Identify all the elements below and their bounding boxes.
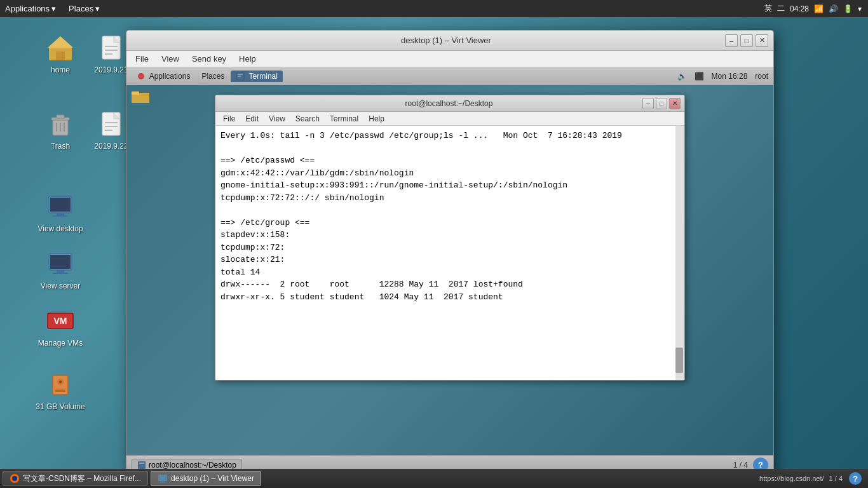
terminal-window: root@localhost:~/Desktop – □ ✕ File Edit…: [215, 95, 685, 381]
svg-point-31: [138, 73, 144, 79]
bottom-url: https://blog.csdn.net/: [759, 475, 824, 482]
terminal-maximize-btn[interactable]: □: [656, 98, 667, 109]
manage-vms-icon: VM: [45, 306, 76, 336]
term-menu-view[interactable]: View: [264, 114, 290, 124]
view-server-label: View server: [41, 281, 80, 290]
vm-topbar-right: 🔊 ⬛ Mon 16:28 root: [677, 72, 768, 81]
virt-viewer-title: desktop (1) – Virt Viewer: [170, 36, 722, 45]
vm-applications-menu[interactable]: Applications: [132, 71, 195, 83]
bottom-firefox-item[interactable]: 写文章-CSDN博客 – Mozilla Firef...: [3, 471, 148, 486]
svg-rect-9: [57, 115, 64, 118]
virt-viewer-maximize-btn[interactable]: □: [740, 34, 753, 47]
places-label: Places: [69, 4, 93, 13]
volume-drive-icon: [45, 369, 76, 400]
terminal-menubar: File Edit View Search Terminal Help: [215, 112, 684, 126]
places-menu[interactable]: Places ▾: [64, 3, 105, 15]
vm-display-icon: ⬛: [695, 72, 704, 81]
terminal-title: root@localhost:~/Desktop: [257, 99, 641, 108]
virt-viewer-taskbar-icon: [158, 473, 168, 484]
clock-time: 04:28: [790, 4, 809, 13]
volume-icon: 🔊: [829, 4, 838, 13]
svg-text:?: ?: [853, 474, 858, 484]
term-menu-file[interactable]: File: [218, 114, 240, 124]
bottom-page: 1 / 4: [829, 475, 843, 482]
file1-icon: [96, 32, 126, 63]
svg-text:VM: VM: [54, 316, 67, 326]
terminal-titlebar[interactable]: root@localhost:~/Desktop – □ ✕: [215, 95, 684, 112]
manage-vms-label: Manage VMs: [38, 339, 83, 348]
virt-viewer-titlebar[interactable]: desktop (1) – Virt Viewer – □ ✕: [126, 30, 773, 51]
view-server-icon: [45, 248, 76, 279]
applications-menu[interactable]: Applications ▾: [0, 3, 61, 15]
firefox-icon: [10, 473, 20, 484]
svg-rect-36: [132, 92, 139, 95]
desktop-icon-volume[interactable]: 31 GB Volume: [32, 367, 89, 414]
terminal-scrollbar[interactable]: [675, 126, 684, 380]
desktop-icon-manage-vms[interactable]: VM Manage VMs: [32, 303, 89, 350]
desktop-icon-trash[interactable]: Trash: [32, 106, 89, 153]
term-menu-search[interactable]: Search: [290, 114, 325, 124]
vm-places-menu[interactable]: Places: [196, 71, 229, 82]
virt-menu-sendkey[interactable]: Send key: [186, 53, 233, 65]
vm-page-info: 1 / 4: [733, 461, 748, 470]
virt-viewer-close-btn[interactable]: ✕: [756, 34, 768, 47]
wifi-icon: 📶: [814, 4, 824, 13]
vm-sound-icon: 🔊: [677, 72, 687, 81]
svg-rect-22: [50, 255, 71, 269]
trash-icon: [45, 109, 76, 139]
term-menu-terminal[interactable]: Terminal: [325, 114, 363, 124]
home-icon: [45, 32, 76, 63]
home-label: home: [51, 65, 70, 74]
terminal-output: Every 1.0s: tail -n 3 /etc/passwd /etc/g…: [220, 130, 679, 303]
term-menu-edit[interactable]: Edit: [240, 114, 264, 124]
bottom-virt-item[interactable]: desktop (1) – Virt Viewer: [151, 471, 261, 486]
virt-menu-help[interactable]: Help: [233, 53, 262, 65]
vm-topbar-left: Applications Places Terminal: [132, 71, 283, 83]
svg-rect-41: [158, 475, 167, 481]
svg-rect-13: [102, 112, 120, 135]
terminal-content[interactable]: Every 1.0s: tail -n 3 /etc/passwd /etc/g…: [215, 126, 684, 380]
svg-rect-3: [102, 36, 120, 59]
vm-folder-icon: [132, 90, 149, 108]
places-arrow: ▾: [95, 4, 100, 13]
vm-terminal-tab[interactable]: Terminal: [231, 71, 282, 83]
top-bar: Applications ▾ Places ▾ 英 二 04:28 📶 🔊 🔋 …: [0, 0, 868, 17]
terminal-minimize-btn[interactable]: –: [642, 98, 654, 109]
virt-viewer-minimize-btn[interactable]: –: [725, 34, 738, 47]
applications-label: Applications: [5, 4, 50, 13]
svg-rect-28: [55, 390, 65, 392]
vm-applications-label: Applications: [149, 72, 191, 81]
bottom-firefox-label: 写文章-CSDN博客 – Mozilla Firef...: [23, 473, 141, 484]
virt-viewer-window: desktop (1) – Virt Viewer – □ ✕ File Vie…: [126, 30, 774, 475]
applications-arrow: ▾: [51, 4, 56, 13]
svg-rect-43: [159, 482, 166, 483]
virt-viewer-menubar: File View Send key Help: [126, 51, 773, 67]
svg-marker-1: [48, 36, 73, 48]
view-desktop-icon: [45, 191, 76, 222]
term-menu-help[interactable]: Help: [363, 114, 390, 124]
trash-label: Trash: [51, 142, 70, 151]
svg-rect-42: [161, 481, 165, 482]
scrollbar-thumb: [675, 348, 683, 373]
svg-rect-18: [50, 198, 71, 212]
desktop-icon-home[interactable]: home: [32, 30, 89, 77]
virt-menu-view[interactable]: View: [155, 53, 186, 65]
desktop-icon-view-desktop[interactable]: View desktop: [32, 189, 89, 236]
svg-point-30: [59, 381, 62, 383]
battery-icon: 🔋: [843, 4, 853, 13]
clock-icon: 二: [777, 3, 785, 14]
desktop: home 2019.9.21 Trash: [0, 17, 868, 469]
vm-places-label: Places: [201, 72, 224, 81]
svg-rect-19: [57, 213, 64, 215]
bottom-taskbar: 写文章-CSDN博客 – Mozilla Firef... desktop (1…: [0, 469, 868, 488]
vm-terminal-label: Terminal: [249, 72, 278, 81]
svg-point-40: [12, 476, 17, 481]
vm-display: Applications Places Terminal: [126, 67, 773, 474]
svg-rect-23: [57, 270, 64, 273]
desktop-icon-view-server[interactable]: View server: [32, 246, 89, 293]
file2-label: 2019.9.22: [94, 142, 128, 151]
terminal-close-btn[interactable]: ✕: [669, 98, 681, 109]
virt-menu-file[interactable]: File: [129, 53, 155, 65]
vm-clock: Mon 16:28: [712, 72, 748, 81]
language-indicator[interactable]: 英: [764, 3, 772, 14]
